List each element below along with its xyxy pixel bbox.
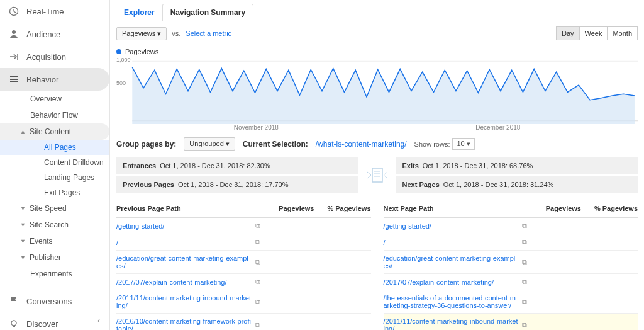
chart: Pageviews 1,000 500 November 2018 Decemb… <box>116 45 638 131</box>
external-link-icon[interactable]: ⧉ <box>522 321 537 329</box>
path-link[interactable]: /education/great-content-marketing-examp… <box>116 254 255 270</box>
bulb-icon <box>8 317 20 330</box>
exits-bar: ExitsOct 1, 2018 - Dec 31, 2018: 68.76% <box>396 157 638 174</box>
group-dropdown[interactable]: Ungrouped ▾ <box>184 137 235 151</box>
table-row: /getting-started/ ⧉ <box>116 218 371 234</box>
external-link-icon[interactable]: ⧉ <box>522 222 537 230</box>
next-table-head: Next Page Path Pageviews % Pageviews <box>384 200 638 218</box>
table-row: / ⧉ <box>384 234 638 251</box>
person-icon <box>8 28 20 40</box>
nav-label: Audience <box>26 30 60 39</box>
table-row: /education/great-content-marketing-examp… <box>384 251 638 274</box>
time-week[interactable]: Week <box>579 26 608 40</box>
sub-exit-pages[interactable]: Exit Pages <box>0 185 109 200</box>
external-link-icon[interactable]: ⧉ <box>255 258 270 266</box>
dropdown-label: Pageviews <box>122 30 155 37</box>
sub-label: Site Content <box>30 127 71 136</box>
x-label: November 2018 <box>135 124 377 131</box>
path-link[interactable]: / <box>116 239 255 246</box>
external-link-icon[interactable]: ⧉ <box>255 222 270 230</box>
path-link[interactable]: /2017/07/explain-content-marketing/ <box>384 278 523 286</box>
external-link-icon[interactable]: ⧉ <box>255 278 270 286</box>
table-row: /education/great-content-marketing-examp… <box>116 251 371 274</box>
sub-site-content[interactable]: ▲ Site Content <box>0 123 109 140</box>
time-month[interactable]: Month <box>607 26 638 40</box>
sub-experiments[interactable]: Experiments <box>0 266 109 282</box>
path-link[interactable]: /getting-started/ <box>116 222 255 230</box>
next-pages-bar: Next PagesOct 1, 2018 - Dec 31, 2018: 31… <box>396 176 638 193</box>
sub-site-speed[interactable]: ▼Site Speed <box>0 200 109 217</box>
legend-label: Pageviews <box>125 48 158 55</box>
path-link[interactable]: /the-essentials-of-a-documented-content-… <box>384 294 523 309</box>
tab-navigation-summary[interactable]: Navigation Summary <box>162 4 253 21</box>
select-value: 10 <box>457 140 464 147</box>
external-link-icon[interactable]: ⧉ <box>255 298 270 306</box>
external-link-icon[interactable]: ⧉ <box>522 238 537 246</box>
external-link-icon[interactable]: ⧉ <box>522 278 537 286</box>
external-link-icon[interactable]: ⧉ <box>255 321 270 329</box>
line-chart[interactable] <box>116 58 638 124</box>
stat-text: Oct 1, 2018 - Dec 31, 2018: 68.76% <box>423 162 533 169</box>
sub-events[interactable]: ▼Events <box>0 233 109 249</box>
svg-point-1 <box>12 30 16 34</box>
sub-overview[interactable]: Overview <box>0 91 109 107</box>
path-link[interactable]: /getting-started/ <box>384 222 523 230</box>
nav-discover[interactable]: Discover <box>0 312 109 330</box>
table-row: /getting-started/ ⧉ <box>384 218 638 234</box>
path-link[interactable]: /2011/11/content-marketing-inbound-marke… <box>384 317 523 330</box>
next-table: /getting-started/ ⧉ / ⧉ /education/great… <box>384 218 638 330</box>
nav-conversions[interactable]: Conversions <box>0 290 109 312</box>
time-day[interactable]: Day <box>556 26 580 40</box>
tabs: Explorer Navigation Summary <box>116 4 638 21</box>
svg-rect-3 <box>10 79 18 80</box>
sub-all-pages[interactable]: All Pages <box>0 140 109 155</box>
clock-icon <box>8 5 20 18</box>
tab-explorer[interactable]: Explorer <box>116 4 162 21</box>
entrances-bar: EntrancesOct 1, 2018 - Dec 31, 2018: 82.… <box>116 157 358 174</box>
nav-behavior[interactable]: Behavior <box>0 68 109 91</box>
nav-audience[interactable]: Audience <box>0 23 109 45</box>
svg-rect-11 <box>372 168 382 182</box>
prev-table-head: Previous Page Path Pageviews % Pageviews <box>116 200 371 218</box>
stat-text: Oct 1, 2018 - Dec 31, 2018: 82.30% <box>160 162 270 169</box>
selection-path-link[interactable]: /what-is-content-marketing/ <box>316 140 407 149</box>
caret-down-icon: ▼ <box>20 205 26 212</box>
col-header: % Pageviews <box>314 205 371 212</box>
sub-site-search[interactable]: ▼Site Search <box>0 217 109 233</box>
sub-landing-pages[interactable]: Landing Pages <box>0 170 109 185</box>
vs-label: vs. <box>172 30 180 37</box>
collapse-sidebar-icon[interactable]: ‹ <box>97 316 100 325</box>
prev-table: /getting-started/ ⧉ / ⧉ /education/great… <box>116 218 371 330</box>
external-link-icon[interactable]: ⧉ <box>255 238 270 246</box>
sub-content-drilldown[interactable]: Content Drilldown <box>0 155 109 170</box>
metric-dropdown[interactable]: Pageviews ▾ <box>116 27 167 40</box>
path-link[interactable]: /2017/07/explain-content-marketing/ <box>116 278 255 286</box>
table-row: /2011/11/content-marketing-inbound-marke… <box>384 314 638 330</box>
external-link-icon[interactable]: ⧉ <box>522 298 537 306</box>
nav-realtime[interactable]: Real-Time <box>0 0 109 23</box>
path-link[interactable]: /2016/10/content-marketing-framework-pro… <box>116 317 255 330</box>
sub-publisher[interactable]: ▼Publisher <box>0 249 109 266</box>
stat-text: Oct 1, 2018 - Dec 31, 2018: 17.70% <box>178 181 289 188</box>
show-rows-select[interactable]: 10 ▾ <box>452 138 474 150</box>
nav-label: Conversions <box>26 297 72 306</box>
external-link-icon[interactable]: ⧉ <box>522 258 537 266</box>
sub-behavior-flow[interactable]: Behavior Flow <box>0 107 109 123</box>
select-metric-link[interactable]: Select a metric <box>186 30 231 37</box>
sub-label: Site Speed <box>30 204 67 213</box>
nav-acquisition[interactable]: Acquisition <box>0 45 109 68</box>
sub-label: Publisher <box>30 253 61 262</box>
x-label: December 2018 <box>377 124 619 131</box>
path-link[interactable]: /education/great-content-marketing-examp… <box>384 254 523 270</box>
list-icon <box>8 73 20 86</box>
path-link[interactable]: / <box>384 239 523 246</box>
svg-rect-2 <box>10 76 18 77</box>
path-link[interactable]: /2011/11/content-marketing-inbound-marke… <box>116 294 255 309</box>
show-rows-label: Show rows: <box>414 140 450 148</box>
col-header: Next Page Path <box>384 205 538 212</box>
stat-label: Previous Pages <box>123 181 174 188</box>
dropdown-label: Ungrouped <box>189 140 223 147</box>
stat-label: Entrances <box>123 162 156 169</box>
table-row: /2017/07/explain-content-marketing/ ⧉ <box>384 274 638 290</box>
main-content: Explorer Navigation Summary Pageviews ▾ … <box>110 0 644 330</box>
